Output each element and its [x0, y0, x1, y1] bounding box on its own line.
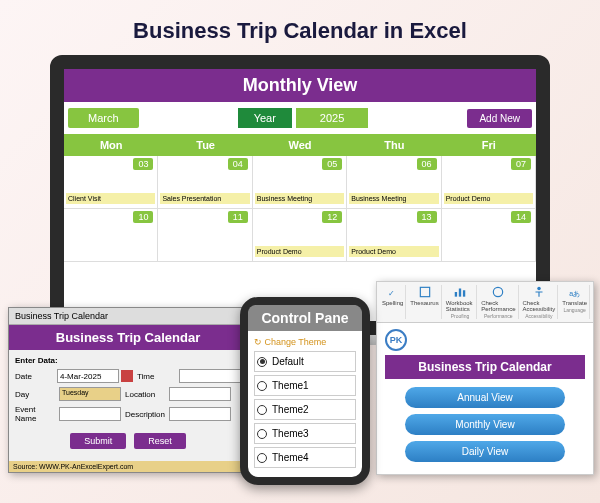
theme-option-1[interactable]: Theme1	[254, 375, 356, 396]
change-theme-link[interactable]: ↻ Change Theme	[254, 337, 356, 347]
ribbon-label: Check Performance	[481, 300, 515, 312]
calendar-cell[interactable]: 11	[158, 209, 252, 261]
date-num: 13	[417, 211, 437, 223]
daily-view-button[interactable]: Daily View	[405, 441, 565, 462]
calendar-cell[interactable]: 13Product Demo	[347, 209, 441, 261]
ribbon-performance[interactable]: Check PerformancePerformance	[479, 285, 518, 319]
ribbon-label: Thesaurus	[410, 300, 438, 306]
location-label: Location	[125, 390, 165, 399]
calendar-cell[interactable]: 10	[64, 209, 158, 261]
ribbon-spelling[interactable]: ✓Spelling	[380, 285, 406, 319]
translate-icon: aあ	[568, 285, 582, 299]
excel-sheet: PK Business Trip Calendar Annual View Mo…	[377, 323, 593, 474]
radio-icon	[257, 429, 267, 439]
description-input[interactable]	[169, 407, 231, 421]
accessibility-icon	[532, 285, 546, 299]
date-num: 11	[228, 211, 248, 223]
event[interactable]: Product Demo	[255, 246, 344, 257]
event-name-input[interactable]	[59, 407, 121, 421]
ribbon-group: Proofing	[451, 313, 470, 319]
add-new-button[interactable]: Add New	[467, 109, 532, 128]
theme-option-3[interactable]: Theme3	[254, 423, 356, 444]
annual-view-button[interactable]: Annual View	[405, 387, 565, 408]
submit-button[interactable]: Submit	[70, 433, 126, 449]
svg-point-5	[494, 287, 503, 296]
source-footer: Source: WWW.PK-AnExcelExpert.com	[9, 461, 247, 472]
date-label: Date	[15, 372, 53, 381]
date-num: 03	[133, 158, 153, 170]
day-fri: Fri	[442, 134, 536, 156]
statistics-icon	[453, 285, 467, 299]
ribbon-label: Check Accessibility	[523, 300, 556, 312]
calendar-cell[interactable]: 14	[442, 209, 536, 261]
date-num: 07	[511, 158, 531, 170]
svg-rect-3	[459, 289, 461, 297]
radio-icon	[257, 405, 267, 415]
calendar-cell[interactable]: 06Business Meeting	[347, 156, 441, 208]
theme-option-2[interactable]: Theme2	[254, 399, 356, 420]
event[interactable]: Product Demo	[444, 193, 533, 204]
calendar-row: 03Client Visit 04Sales Presentation 05Bu…	[64, 156, 536, 209]
day-wed: Wed	[253, 134, 347, 156]
time-label: Time	[137, 372, 175, 381]
reset-button[interactable]: Reset	[134, 433, 186, 449]
calendar-cell[interactable]: 04Sales Presentation	[158, 156, 252, 208]
svg-text:✓: ✓	[387, 289, 394, 298]
theme-label: Theme4	[272, 452, 309, 463]
ribbon-accessibility[interactable]: Check AccessibilityAccessibility	[521, 285, 559, 319]
event[interactable]: Product Demo	[349, 246, 438, 257]
month-selector[interactable]: March	[68, 108, 139, 128]
location-input[interactable]	[169, 387, 231, 401]
theme-label: Default	[272, 356, 304, 367]
radio-icon	[257, 453, 267, 463]
time-input[interactable]	[179, 369, 241, 383]
monthly-view-header: Monthly View	[64, 69, 536, 102]
calendar-cell[interactable]: 12Product Demo	[253, 209, 347, 261]
date-num: 14	[511, 211, 531, 223]
calendar-cell[interactable]: 03Client Visit	[64, 156, 158, 208]
calendar-row: 10 11 12Product Demo 13Product Demo 14	[64, 209, 536, 262]
theme-option-4[interactable]: Theme4	[254, 447, 356, 468]
event[interactable]: Business Meeting	[349, 193, 438, 204]
year-label: Year	[238, 108, 292, 128]
ribbon-group: Performance	[484, 313, 513, 319]
event[interactable]: Business Meeting	[255, 193, 344, 204]
logo-icon: PK	[385, 329, 407, 351]
form-window-title: Business Trip Calendar	[9, 308, 247, 325]
monthly-view-controls: March Year 2025 Add New	[64, 102, 536, 134]
ribbon-label: Spelling	[382, 300, 403, 306]
theme-label: Theme2	[272, 404, 309, 415]
date-input[interactable]	[57, 369, 119, 383]
ribbon-label: Workbook Statistics	[446, 300, 474, 312]
event[interactable]: Client Visit	[66, 193, 155, 204]
ribbon-group: Language	[563, 307, 585, 313]
ribbon-statistics[interactable]: Workbook StatisticsProofing	[444, 285, 477, 319]
data-entry-form: Business Trip Calendar Business Trip Cal…	[8, 307, 248, 473]
date-num: 04	[228, 158, 248, 170]
radio-icon	[257, 357, 267, 367]
ribbon-label: Translate	[562, 300, 587, 306]
svg-rect-2	[455, 292, 457, 297]
spelling-icon: ✓	[386, 285, 400, 299]
performance-icon	[491, 285, 505, 299]
excel-ribbon: ✓Spelling Thesaurus Workbook StatisticsP…	[377, 282, 593, 323]
calendar-cell[interactable]: 07Product Demo	[442, 156, 536, 208]
svg-rect-4	[463, 290, 465, 296]
day-mon: Mon	[64, 134, 158, 156]
ribbon-thesaurus[interactable]: Thesaurus	[408, 285, 441, 319]
phone-mockup: Control Pane ↻ Change Theme Default Them…	[240, 297, 370, 485]
excel-window: ✓Spelling Thesaurus Workbook StatisticsP…	[376, 281, 594, 475]
year-selector[interactable]: 2025	[296, 108, 368, 128]
calendar-cell[interactable]: 05Business Meeting	[253, 156, 347, 208]
event-name-label: Event Name	[15, 405, 55, 423]
svg-rect-1	[420, 287, 429, 296]
theme-option-default[interactable]: Default	[254, 351, 356, 372]
date-num: 05	[322, 158, 342, 170]
ribbon-group: Accessibility	[525, 313, 552, 319]
monthly-view-button[interactable]: Monthly View	[405, 414, 565, 435]
ribbon-translate[interactable]: aあTranslateLanguage	[560, 285, 590, 319]
form-header: Business Trip Calendar	[9, 325, 247, 350]
event[interactable]: Sales Presentation	[160, 193, 249, 204]
calendar-icon[interactable]	[121, 370, 133, 382]
day-headers: Mon Tue Wed Thu Fri	[64, 134, 536, 156]
